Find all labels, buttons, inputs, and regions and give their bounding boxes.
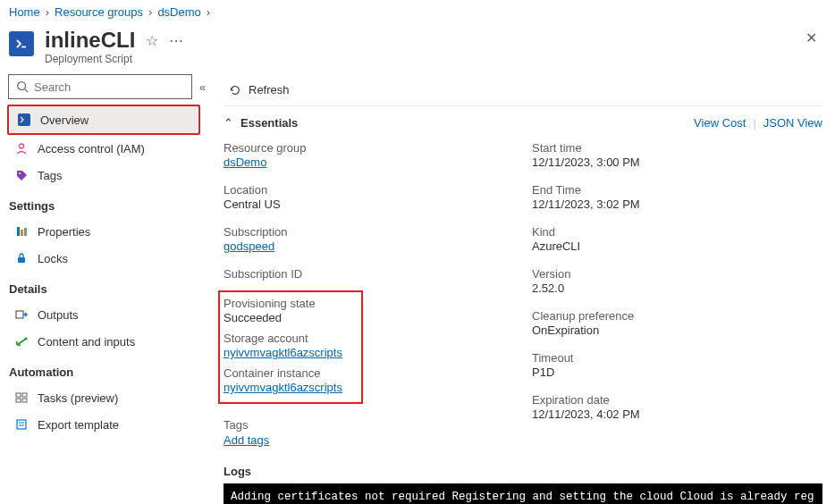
sidebar-item-properties[interactable]: Properties: [7, 218, 200, 245]
value: Succeeded: [224, 311, 356, 324]
svg-rect-8: [21, 230, 23, 236]
sidebar-label: Locks: [38, 252, 68, 265]
sidebar-item-locks[interactable]: Locks: [7, 245, 200, 272]
search-icon: [16, 80, 29, 93]
resource-group-link[interactable]: dsDemo: [224, 155, 514, 169]
field-version: Version 2.52.0: [532, 265, 822, 299]
view-cost-link[interactable]: View Cost: [694, 116, 746, 130]
value: Central US: [224, 197, 514, 211]
deployment-script-icon: [9, 31, 34, 56]
sidebar-label: Overview: [40, 113, 89, 127]
overview-icon: [17, 113, 31, 126]
value: OnExpiration: [532, 323, 822, 337]
access-control-icon: [14, 142, 29, 155]
field-cleanup-preference: Cleanup preference OnExpiration: [532, 307, 822, 341]
sidebar-label: Content and inputs: [38, 335, 135, 349]
field-end-time: End Time 12/11/2023, 3:02 PM: [532, 181, 822, 215]
label: Timeout: [532, 351, 822, 365]
sidebar-item-access-control[interactable]: Access control (IAM): [7, 135, 200, 162]
search-field[interactable]: [34, 80, 184, 94]
refresh-label: Refresh: [249, 83, 290, 97]
subscription-link[interactable]: godspeed: [224, 239, 514, 253]
label: Subscription: [224, 225, 514, 239]
page-header: inlineCLI ☆ ⋯ Deployment Script ✕: [0, 24, 835, 74]
json-view-link[interactable]: JSON View: [763, 116, 822, 130]
properties-icon: [14, 225, 29, 238]
main-content: Refresh ⌃ Essentials View Cost | JSON Vi…: [206, 74, 835, 504]
favorite-star-icon[interactable]: ☆: [146, 32, 158, 49]
svg-rect-13: [16, 393, 21, 397]
tasks-icon: [14, 391, 29, 404]
content-inputs-icon: [14, 335, 29, 348]
breadcrumb-dsdemo[interactable]: dsDemo: [157, 5, 200, 19]
label: Version: [532, 267, 822, 281]
svg-rect-11: [16, 311, 23, 318]
label: Storage account: [224, 332, 356, 345]
highlighted-provisioning-block: Provisioning state Succeeded Storage acc…: [218, 290, 363, 404]
storage-account-link[interactable]: nyivvmvagktl6azscripts: [224, 346, 356, 359]
label: End Time: [532, 183, 822, 197]
add-tags-link[interactable]: Add tags: [224, 433, 514, 447]
container-instance-link[interactable]: nyivvmvagktl6azscripts: [224, 381, 356, 394]
refresh-icon: [229, 84, 241, 97]
svg-point-12: [25, 338, 28, 340]
value: 12/11/2023, 3:00 PM: [532, 155, 822, 169]
breadcrumb-home[interactable]: Home: [9, 5, 40, 19]
sidebar-item-outputs[interactable]: Outputs: [7, 301, 200, 328]
sidebar: « Overview Access control (IAM) Tags Set…: [0, 74, 206, 504]
field-start-time: Start time 12/11/2023, 3:00 PM: [532, 139, 822, 173]
sidebar-label: Export template: [38, 418, 119, 432]
value: 12/11/2023, 4:02 PM: [532, 407, 822, 421]
label: Provisioning state: [224, 297, 356, 310]
essentials-title: Essentials: [240, 116, 298, 130]
sidebar-label: Access control (IAM): [38, 142, 145, 155]
chevron-right-icon: ›: [148, 5, 152, 19]
more-actions-icon[interactable]: ⋯: [169, 32, 184, 49]
search-input[interactable]: [8, 74, 192, 99]
breadcrumb: Home › Resource groups › dsDemo ›: [0, 0, 835, 24]
field-container-instance: Container instance nyivvmvagktl6azscript…: [224, 364, 356, 399]
locks-icon: [14, 252, 29, 265]
essentials-header: ⌃ Essentials View Cost | JSON View: [224, 106, 822, 139]
sidebar-section-settings: Settings: [7, 189, 200, 218]
sidebar-label: Tasks (preview): [38, 391, 118, 405]
close-icon[interactable]: ✕: [800, 28, 822, 48]
sidebar-label: Outputs: [38, 308, 79, 322]
tags-icon: [14, 169, 29, 181]
chevron-up-icon[interactable]: ⌃: [224, 116, 233, 130]
refresh-button[interactable]: Refresh: [224, 80, 295, 100]
svg-rect-16: [22, 399, 27, 402]
logs-section-title: Logs: [224, 456, 822, 483]
sidebar-item-export-template[interactable]: Export template: [7, 411, 200, 438]
value: 2.52.0: [532, 281, 822, 295]
svg-rect-17: [17, 420, 26, 429]
sidebar-item-tasks[interactable]: Tasks (preview): [7, 384, 200, 411]
field-provisioning-state: Provisioning state Succeeded: [224, 294, 356, 329]
outputs-icon: [14, 308, 29, 321]
breadcrumb-resource-groups[interactable]: Resource groups: [55, 5, 143, 19]
chevron-right-icon: ›: [207, 5, 210, 19]
sidebar-section-automation: Automation: [7, 355, 200, 384]
label: Subscription ID: [224, 267, 514, 281]
value: AzureCLI: [532, 239, 822, 253]
sidebar-item-content-inputs[interactable]: Content and inputs: [7, 328, 200, 355]
divider: |: [753, 116, 755, 130]
value: P1D: [532, 365, 822, 379]
label: Expiration date: [532, 393, 822, 407]
field-location: Location Central US: [224, 181, 514, 215]
svg-point-2: [18, 82, 26, 90]
sidebar-item-overview[interactable]: Overview: [10, 106, 198, 133]
svg-rect-7: [17, 227, 20, 236]
field-subscription: Subscription godspeed: [224, 223, 514, 257]
label: Resource group: [224, 141, 514, 155]
sidebar-item-tags[interactable]: Tags: [7, 162, 200, 189]
log-text: Adding certificates not required Registe…: [231, 491, 814, 504]
svg-point-5: [20, 144, 24, 148]
svg-rect-15: [22, 393, 27, 397]
field-timeout: Timeout P1D: [532, 349, 822, 383]
label: Start time: [532, 141, 822, 155]
svg-rect-9: [24, 228, 27, 236]
field-subscription-id: Subscription ID: [224, 265, 514, 285]
export-template-icon: [14, 418, 29, 431]
field-resource-group: Resource group dsDemo: [224, 139, 514, 173]
